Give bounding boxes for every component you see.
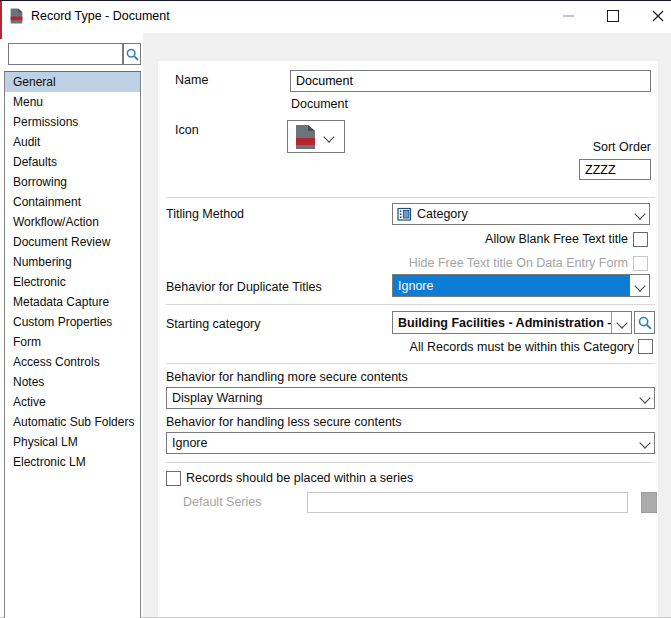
name-caption: Document [291,97,348,112]
window-title: Record Type - Document [31,9,170,23]
series-checkbox-label: Records should be placed within a series [186,471,413,486]
search-icon [126,48,139,61]
less-secure-value: Ignore [167,436,635,450]
sidebar-item-defaults[interactable]: Defaults [5,152,140,172]
sidebar-item-automatic-sub-folders[interactable]: Automatic Sub Folders [5,412,140,432]
starting-category-search-button[interactable] [634,311,655,334]
search-icon [638,316,652,330]
sidebar-item-active[interactable]: Active [5,392,140,412]
sidebar-section-list: General Menu Permissions Audit Defaults … [4,71,141,618]
titling-method-dropdown[interactable]: Category [392,203,650,225]
sidebar-item-custom-properties[interactable]: Custom Properties [5,312,140,332]
sidebar-item-permissions[interactable]: Permissions [5,112,140,132]
sidebar-search-button[interactable] [123,43,141,65]
sidebar-item-audit[interactable]: Audit [5,132,140,152]
chevron-down-icon [639,392,650,403]
duplicate-titles-dropdown[interactable]: Ignore [392,274,650,297]
hide-free-text-label: Hide Free Text title On Data Entry Form [300,256,628,271]
sort-order-label: Sort Order [560,140,651,155]
sidebar-item-electronic[interactable]: Electronic [5,272,140,292]
name-label: Name [175,73,208,88]
panel-gutter [143,33,158,618]
allow-blank-label: Allow Blank Free Text title [350,232,628,247]
sidebar-item-metadata-capture[interactable]: Metadata Capture [5,292,140,312]
starting-category-value: Building Facilities - Administration – A… [393,316,611,330]
sidebar-item-general[interactable]: General [5,72,140,92]
document-icon [10,8,23,27]
sidebar-item-electronic-lm[interactable]: Electronic LM [5,452,140,472]
record-type-document-icon [295,124,316,150]
sidebar-item-notes[interactable]: Notes [5,372,140,392]
chevron-down-icon [634,280,645,291]
titling-method-label: Titling Method [166,207,244,222]
hide-free-text-checkbox [633,256,648,271]
right-strip [658,61,671,618]
category-icon [397,207,412,222]
more-secure-dropdown[interactable]: Display Warning [166,387,655,409]
window-accent-border [0,1,2,39]
titling-method-value: Category [412,207,630,221]
sidebar-item-document-review[interactable]: Document Review [5,232,140,252]
section-divider [166,462,655,463]
maximize-button[interactable] [596,1,630,31]
default-series-input [307,492,628,513]
starting-category-dropdown[interactable]: Building Facilities - Administration – A… [392,311,632,334]
section-divider [166,363,655,364]
default-series-label: Default Series [183,495,262,510]
sidebar-item-access-controls[interactable]: Access Controls [5,352,140,372]
allow-blank-checkbox[interactable] [633,232,648,247]
starting-category-label: Starting category [166,317,261,332]
chevron-down-icon [634,208,645,219]
all-records-checkbox[interactable] [638,339,653,354]
sidebar-item-menu[interactable]: Menu [5,92,140,112]
close-icon [652,10,664,22]
more-secure-label: Behavior for handling more secure conten… [166,370,408,385]
record-type-dialog: Record Type - Document General Menu Perm… [0,0,671,618]
sidebar-item-form[interactable]: Form [5,332,140,352]
default-series-browse-button [641,492,657,513]
more-secure-value: Display Warning [167,391,635,405]
section-divider [166,304,655,305]
chevron-down-icon [616,317,627,328]
name-input[interactable] [290,70,651,92]
sort-order-input[interactable] [579,159,651,180]
duplicate-titles-label: Behavior for Duplicate Titles [166,280,322,295]
all-records-label: All Records must be within this Category [330,340,634,355]
less-secure-dropdown[interactable]: Ignore [166,432,655,454]
sidebar-item-containment[interactable]: Containment [5,192,140,212]
less-secure-label: Behavior for handling less secure conten… [166,415,402,430]
sidebar-item-physical-lm[interactable]: Physical LM [5,432,140,452]
minimize-icon [563,15,574,17]
duplicate-titles-value: Ignore [393,279,630,293]
sidebar-item-workflow-action[interactable]: Workflow/Action [5,212,140,232]
minimize-button [551,1,585,31]
maximize-icon [607,10,619,22]
chevron-down-icon [323,131,334,142]
sidebar-item-borrowing[interactable]: Borrowing [5,172,140,192]
sidebar-search-input[interactable] [8,43,123,65]
top-band [158,33,671,61]
section-divider [166,197,655,198]
close-button[interactable] [641,1,671,31]
icon-label: Icon [175,123,199,138]
chevron-down-icon [639,437,650,448]
icon-dropdown[interactable] [287,120,345,153]
series-checkbox[interactable] [166,471,181,486]
sidebar-item-numbering[interactable]: Numbering [5,252,140,272]
